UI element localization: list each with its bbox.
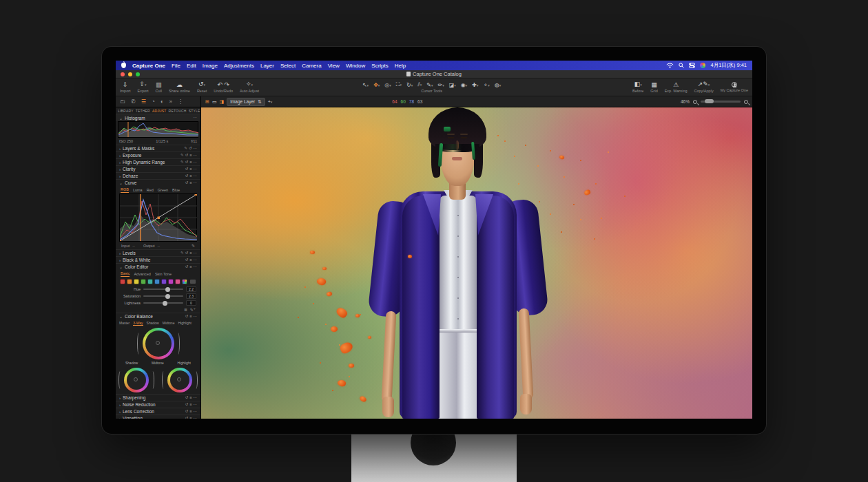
proof-view-icon[interactable]: ◨ bbox=[220, 99, 225, 105]
wheel-right-slider[interactable] bbox=[176, 333, 180, 355]
panel-row-dehaze[interactable]: › Dehaze ↺≡⋯ bbox=[116, 172, 200, 179]
cursor-tool-eraser[interactable]: ◪▾ bbox=[449, 82, 456, 88]
more-icon[interactable]: ⋯ bbox=[194, 167, 198, 171]
cb-tab-midtone[interactable]: Midtone bbox=[163, 321, 175, 325]
user-orb-icon[interactable] bbox=[700, 63, 705, 68]
cursor-tool-rotate[interactable]: ↻▾ bbox=[406, 82, 413, 88]
menu-layer[interactable]: Layer bbox=[260, 63, 274, 69]
lightness-value[interactable]: 0 bbox=[186, 300, 196, 306]
midtone-color-wheel[interactable] bbox=[143, 328, 174, 359]
panel-row-vignetting[interactable]: › Vignetting ↺≡⋯ bbox=[116, 415, 200, 419]
cursor-tool-spot[interactable]: ⚬▾ bbox=[484, 82, 490, 88]
reset-icon[interactable]: ↺ bbox=[185, 265, 189, 269]
reset-icon[interactable]: ↺ bbox=[185, 403, 189, 407]
presets-icon[interactable]: ≡ bbox=[189, 417, 192, 419]
menu-select[interactable]: Select bbox=[280, 63, 296, 69]
reset-icon[interactable]: ↺ bbox=[185, 315, 189, 319]
search-icon[interactable] bbox=[679, 63, 684, 68]
lightness-slider-handle[interactable] bbox=[163, 301, 167, 306]
menu-view[interactable]: View bbox=[328, 63, 340, 69]
swatch-red[interactable] bbox=[120, 279, 125, 284]
hue-slider[interactable] bbox=[143, 289, 183, 290]
zoom-out-icon[interactable] bbox=[693, 100, 697, 104]
picker-add-icon[interactable]: ✎⁺ bbox=[190, 307, 196, 312]
image-viewer[interactable] bbox=[201, 107, 752, 419]
shadow-color-wheel[interactable] bbox=[124, 368, 149, 392]
swatch-yellow[interactable] bbox=[134, 279, 139, 284]
panel-row-levels[interactable]: › Levels ✎↺≡⋯ bbox=[116, 249, 200, 256]
menu-file[interactable]: File bbox=[172, 63, 180, 69]
wheel-left-slider[interactable] bbox=[118, 371, 122, 388]
presets-icon[interactable]: ≡ bbox=[189, 174, 192, 178]
menu-edit[interactable]: Edit bbox=[187, 63, 196, 69]
swatch-rainbow[interactable] bbox=[182, 279, 187, 284]
single-view-icon[interactable]: ▭ bbox=[212, 99, 217, 105]
zoom-slider-handle[interactable] bbox=[705, 99, 714, 103]
cursor-tool-color-picker[interactable]: ✎▾ bbox=[426, 82, 433, 88]
more-icon[interactable]: ⋯ bbox=[194, 181, 198, 185]
reset-icon[interactable]: ↺ bbox=[185, 410, 189, 414]
panel-row-color-editor[interactable]: ⌄ Color Editor ↺≡⋯ bbox=[116, 263, 200, 270]
reset-icon[interactable]: ↺ bbox=[185, 154, 189, 158]
presets-icon[interactable]: ≡ bbox=[189, 410, 192, 414]
swatch-purple[interactable] bbox=[161, 279, 167, 284]
menu-help[interactable]: Help bbox=[395, 63, 406, 69]
presets-icon[interactable]: ≡ bbox=[189, 251, 192, 255]
tab-style[interactable]: STYLE bbox=[189, 109, 200, 113]
presets-icon[interactable]: ≡ bbox=[189, 315, 192, 319]
cb-tab-highlight[interactable]: Highlight bbox=[178, 321, 191, 325]
swatch-teal[interactable] bbox=[147, 279, 153, 284]
edit-icon[interactable]: ✎ bbox=[184, 147, 187, 151]
more-icon[interactable]: ⋯ bbox=[194, 154, 198, 158]
hue-value[interactable]: 2.2 bbox=[186, 286, 196, 292]
list-icon[interactable]: ≣ bbox=[184, 307, 187, 312]
panel-row-color-balance[interactable]: ⌄ Color Balance ↺≡⋯ bbox=[116, 313, 200, 319]
exposure-warning-button[interactable]: ⚠Exp. Warning bbox=[665, 78, 688, 96]
menu-adjustments[interactable]: Adjustments bbox=[224, 63, 254, 69]
panel-row-noise-reduction[interactable]: › Noise Reduction ↺≡⋯ bbox=[116, 401, 200, 408]
style-tab-icon[interactable]: ◐ bbox=[161, 98, 164, 105]
presets-icon[interactable]: ≡ bbox=[189, 403, 192, 407]
import-button[interactable]: ⇩Import bbox=[120, 78, 131, 96]
wheel-left-slider[interactable] bbox=[162, 371, 165, 388]
more-icon[interactable]: ⋯ bbox=[194, 396, 198, 400]
cursor-tool-loupe[interactable]: ◎▾ bbox=[384, 82, 391, 88]
reset-icon[interactable]: ↺ bbox=[185, 174, 189, 178]
saturation-slider[interactable] bbox=[143, 295, 183, 297]
cursor-tool-straighten[interactable]: ⫽▾ bbox=[417, 81, 422, 88]
tab-adjust[interactable]: ADJUST bbox=[152, 109, 167, 113]
panel-row-lens-correction[interactable]: › Lens Correction ↺≡⋯ bbox=[116, 408, 200, 415]
lightness-slider[interactable] bbox=[143, 302, 183, 304]
curve-tab-rgb[interactable]: RGB bbox=[121, 187, 129, 193]
menu-camera[interactable]: Camera bbox=[302, 63, 321, 69]
presets-icon[interactable]: ≡ bbox=[189, 167, 192, 171]
swatch-magenta[interactable] bbox=[168, 279, 174, 284]
tab-retouch[interactable]: RETOUCH bbox=[169, 109, 187, 113]
highlight-color-wheel[interactable] bbox=[167, 368, 192, 392]
presets-icon[interactable]: ≡ bbox=[189, 160, 192, 165]
auto-adjust-button[interactable]: ✧▾Auto Adjust bbox=[240, 78, 259, 96]
more-icon[interactable]: ⋯ bbox=[194, 160, 198, 165]
swatch-orange[interactable] bbox=[127, 279, 132, 284]
saturation-slider-handle[interactable] bbox=[165, 294, 170, 299]
histogram-panel-header[interactable]: ⌄ Histogram ⋯ bbox=[116, 114, 200, 121]
panel-row-curve[interactable]: ⌄ Curve ↺≡⋯ bbox=[116, 179, 200, 186]
brush-icon[interactable]: ✎ bbox=[180, 160, 184, 165]
reset-icon[interactable]: ↺ bbox=[185, 251, 189, 255]
cursor-tool-select[interactable]: ↖▾ bbox=[362, 82, 369, 88]
apple-menu-icon[interactable] bbox=[121, 63, 126, 68]
more-icon[interactable]: ⋯ bbox=[194, 315, 198, 319]
menu-app-name[interactable]: Capture One bbox=[132, 63, 165, 69]
tether-tab-icon[interactable]: ✆ bbox=[131, 98, 136, 105]
more-icon[interactable]: ⋯ bbox=[194, 403, 198, 407]
curve-tab-blue[interactable]: Blue bbox=[172, 188, 180, 192]
zoom-slider[interactable] bbox=[701, 101, 741, 103]
tab-tether[interactable]: TETHER bbox=[136, 109, 150, 113]
swatch-green[interactable] bbox=[141, 279, 146, 284]
reset-icon[interactable]: ↺ bbox=[185, 181, 189, 185]
my-capture-one-button[interactable]: My Capture One bbox=[721, 78, 748, 96]
curve-tab-green[interactable]: Green bbox=[158, 188, 168, 192]
wheel-right-slider[interactable] bbox=[194, 371, 198, 388]
cull-button[interactable]: ▥Cull bbox=[156, 78, 162, 96]
ce-tab-skin-tone[interactable]: Skin Tone bbox=[155, 272, 172, 276]
